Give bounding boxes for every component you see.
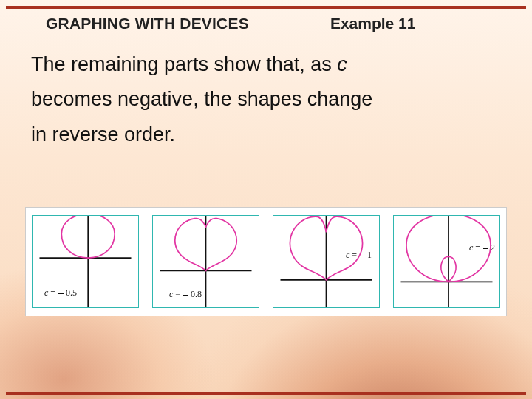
body-line-3: in reverse order. (31, 117, 502, 152)
body-line-1a: The remaining parts show that, as (31, 53, 337, 75)
plot-panel-1: c = 0.5 (32, 215, 139, 308)
body-line-2: becomes negative, the shapes change (31, 82, 502, 117)
slide-header: GRAPHING WITH DEVICES Example 11 (46, 15, 510, 33)
body-line-1: The remaining parts show that, as c (31, 47, 502, 82)
plot-panel-2: c = 0.8 (152, 215, 259, 308)
example-number: Example 11 (330, 15, 416, 33)
section-title: GRAPHING WITH DEVICES (46, 15, 249, 33)
figure-panels: c = 0.5 c = 0.8 c = 1 (32, 215, 500, 308)
plot-svg-4 (394, 216, 499, 307)
c-label-2: c = 0.8 (169, 289, 202, 300)
plot-svg-3 (273, 216, 379, 307)
bottom-accent-bar (6, 392, 526, 395)
plot-panel-3: c = 1 (273, 215, 380, 308)
slide-body: The remaining parts show that, as c beco… (31, 47, 502, 152)
c-label-4: c = 2 (469, 242, 495, 253)
variable-c: c (337, 53, 347, 75)
plot-panel-4: c = 2 (393, 215, 500, 308)
c-label-3: c = 1 (346, 250, 372, 261)
figure-container: c = 0.5 c = 0.8 c = 1 (25, 207, 507, 316)
top-accent-bar (6, 6, 526, 9)
c-label-1: c = 0.5 (44, 287, 77, 299)
